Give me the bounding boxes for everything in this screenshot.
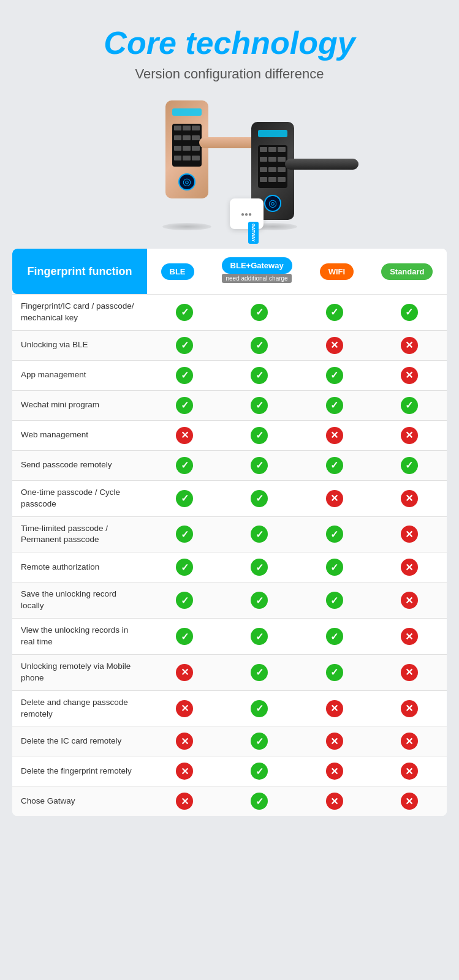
check-yes-icon: [401, 397, 418, 414]
feature-cell: Wechat mini program: [12, 393, 147, 417]
icon-cell: [297, 756, 372, 786]
feature-cell: Send passcode remotely: [12, 453, 147, 477]
check-yes-icon: [251, 628, 268, 645]
header-feature-label: Fingerprint function: [12, 249, 147, 294]
icon-cell: [372, 361, 447, 390]
keypad-dot: [268, 177, 276, 182]
col-badge-ble-gateway: BLE+Gateway: [222, 257, 292, 274]
check-no-icon: [401, 763, 418, 780]
feature-cell: Unlocking remotely via Mobile phone: [12, 655, 147, 690]
check-yes-icon: [251, 559, 268, 576]
check-yes-icon: [326, 526, 343, 543]
icon-cell: [147, 552, 222, 582]
icon-cell: [372, 726, 447, 756]
check-no-icon: [401, 427, 418, 444]
keypad-dot: [278, 177, 286, 182]
icon-cell: [222, 391, 297, 420]
keypad-dot: [192, 156, 200, 160]
col-badge-ble: BLE: [161, 263, 194, 280]
icon-cell: [222, 658, 297, 687]
icon-cell: [222, 361, 297, 390]
check-no-icon: [326, 763, 343, 780]
check-yes-icon: [326, 664, 343, 681]
keypad-dot: [192, 146, 200, 151]
icon-cell: [222, 421, 297, 450]
shadow-rose-gold: [162, 223, 211, 230]
table-body: Fingerprint/IC card / passcode/ mechanic…: [12, 294, 447, 816]
feature-cell: Remote authorization: [12, 556, 147, 579]
icon-cell: [372, 451, 447, 480]
table-row: Chose Gatway: [12, 786, 447, 816]
check-yes-icon: [251, 793, 268, 810]
keypad-dot: [183, 156, 191, 160]
table-row: App management: [12, 360, 447, 390]
icon-cell: [297, 421, 372, 450]
comparison-table: Fingerprint function BLE BLE+Gateway nee…: [12, 249, 447, 816]
check-yes-icon: [326, 367, 343, 384]
page-title: Core technology: [12, 24, 447, 61]
feature-cell: Delete and change passcode remotely: [12, 691, 147, 726]
keypad-dot: [260, 177, 268, 182]
keypad-dot: [183, 126, 191, 130]
icon-cell: [147, 519, 222, 549]
check-yes-icon: [251, 337, 268, 354]
icon-cell: [372, 421, 447, 450]
table-row: Send passcode remotely: [12, 450, 447, 480]
table-row: Fingerprint/IC card / passcode/ mechanic…: [12, 294, 447, 330]
lock-handle-black: [285, 159, 358, 170]
lock-body-rose-gold: ◎ ●●● GATWAY: [162, 100, 211, 198]
lock-screen-rose-gold: [172, 108, 202, 116]
icon-cell: [222, 331, 297, 360]
check-no-icon: [326, 700, 343, 717]
page-wrapper: Core technology Version configuration di…: [0, 0, 459, 834]
lock-keypad-black: [258, 145, 287, 188]
icon-cell: [372, 298, 447, 327]
check-yes-icon: [326, 559, 343, 576]
icon-cell: [297, 331, 372, 360]
keypad-dot: [174, 156, 182, 160]
check-no-icon: [176, 664, 193, 681]
check-yes-icon: [251, 526, 268, 543]
keypad-dot: [192, 135, 200, 140]
lock-container-rose-gold: ◎ ●●● GATWAY: [162, 100, 211, 230]
icon-cell: [297, 451, 372, 480]
header-note: need additional charge: [222, 274, 291, 283]
fingerprint-sensor-black: ◎: [264, 195, 281, 212]
table-row: Unlocking via BLE: [12, 330, 447, 360]
check-yes-icon: [176, 367, 193, 384]
icon-cell: [372, 484, 447, 513]
check-yes-icon: [326, 628, 343, 645]
check-yes-icon: [176, 592, 193, 609]
icon-cell: [147, 658, 222, 687]
check-yes-icon: [326, 397, 343, 414]
table-row: Delete and change passcode remotely: [12, 690, 447, 726]
check-yes-icon: [251, 733, 268, 750]
check-no-icon: [401, 367, 418, 384]
check-no-icon: [176, 763, 193, 780]
header-columns: BLE BLE+Gateway need additional charge W…: [147, 249, 447, 294]
icon-cell: [372, 786, 447, 816]
icon-cell: [372, 586, 447, 615]
products-row: ◎ ●●● GATWAY: [12, 100, 447, 230]
table-row: Save the unlocking record locally: [12, 582, 447, 618]
check-yes-icon: [176, 628, 193, 645]
icon-cell: [297, 786, 372, 816]
check-no-icon: [326, 337, 343, 354]
check-yes-icon: [326, 592, 343, 609]
icon-cell: [147, 361, 222, 390]
keypad-dot: [174, 135, 182, 140]
icon-cell: [297, 658, 372, 687]
icon-cell: [297, 361, 372, 390]
icon-cell: [372, 622, 447, 651]
check-no-icon: [401, 559, 418, 576]
keypad-dot: [278, 167, 286, 172]
check-yes-icon: [326, 304, 343, 321]
check-yes-icon: [401, 304, 418, 321]
keypad-dot: [268, 157, 276, 162]
gateway-label: GATWAY: [248, 222, 259, 244]
table-row: Time-limited passcode / Permanent passco…: [12, 516, 447, 552]
table-row: Web management: [12, 420, 447, 450]
keypad-dot: [278, 147, 286, 152]
keypad-dot: [260, 167, 268, 172]
icon-cell: [147, 756, 222, 786]
